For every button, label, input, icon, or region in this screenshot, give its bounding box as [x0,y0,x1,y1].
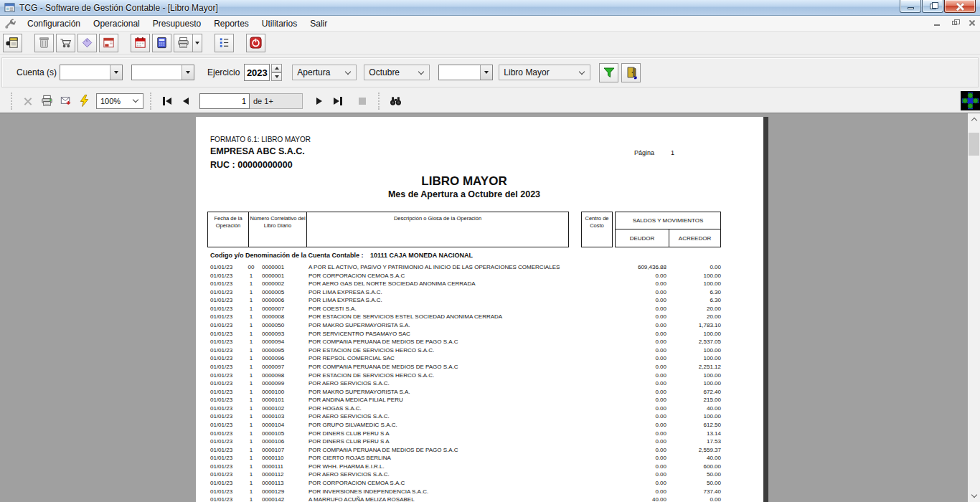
table-row: 01/01/23 1 0000098 POR ESTACION DE SERVI… [196,371,763,380]
extra-combo-arrow-button[interactable] [480,65,492,80]
cell-correlativo: 0000104 [262,422,284,428]
cell-descripcion: POR SERVICENTRO PASAMAYO SAC [308,331,410,337]
cell-tipo: 1 [243,331,259,337]
search-button[interactable] [386,92,405,110]
menu-item[interactable]: Salir [303,17,334,30]
cell-tipo: 1 [243,306,259,312]
spinner-down-button[interactable] [271,72,282,81]
exit-stop-button[interactable] [246,34,265,52]
reporte-combo[interactable]: Libro Mayor [499,65,590,80]
cell-descripcion: POR COMPAñIA PERUANA DE MEDIOS DE PAGO S… [308,338,458,345]
viewer-export-button[interactable] [56,92,75,110]
calculator-button[interactable] [152,34,171,52]
mdi-close-button[interactable] [966,17,977,28]
cell-acreedor: 50.00 [626,471,721,478]
periodo-desde-combo[interactable]: Apertura [292,65,357,80]
cuenta-combo-1-arrow-button[interactable] [110,65,122,80]
toolbar-grip[interactable] [11,93,12,110]
menu-item[interactable]: Operacional [87,17,146,30]
cell-descripcion: POR ESTACION DE SERVICIOS HERCO S.A.C. [308,347,434,354]
menu-item[interactable]: Reportes [207,17,255,30]
calendar-icon [133,36,147,49]
extra-combo-value [439,65,480,80]
cell-acreedor: 100.00 [626,331,721,337]
first-page-button[interactable] [158,92,176,110]
cell-descripcion: POR AERO SERVICIOS S.A.C. [308,471,390,478]
toolbar-grip[interactable] [150,93,151,110]
toolbar-grip[interactable] [378,93,380,110]
print-button[interactable] [174,34,193,52]
zoom-combo[interactable]: 100% [96,93,143,109]
cuenta-combo-2[interactable] [131,65,194,80]
cuenta-label: Cuenta (s) [17,67,60,77]
stop-loading-button[interactable] [353,92,372,110]
list-button[interactable] [215,34,234,52]
cuenta-combo-2-arrow-button[interactable] [182,65,194,80]
spinner-up-button[interactable] [271,64,282,72]
filter-button[interactable] [599,63,618,82]
cell-descripcion: POR CIERTO ROJAS BERLINA [308,455,391,461]
cart-button[interactable] [56,34,75,52]
cell-descripcion: POR CORPORACION CEMOA S.A.C [308,273,405,279]
next-page-icon [316,98,322,105]
archive-button[interactable] [34,34,54,52]
mdi-minimize-button[interactable] [931,17,943,28]
cell-acreedor: 100.00 [626,280,721,287]
scroll-thumb[interactable] [969,133,979,156]
viewer-refresh-button[interactable] [75,92,93,110]
prev-page-button[interactable] [176,92,195,110]
vertical-scrollbar[interactable] [968,113,980,502]
refresh-lightning-icon [77,94,91,108]
mdi-restore-button[interactable] [948,17,960,28]
ejercicio-input[interactable]: 2023 [244,64,270,81]
table-row: 01/01/23 1 0000050 POR MAKRO SUPERMAYORI… [196,321,763,330]
chevron-down-icon [579,68,585,74]
cell-descripcion: POR ESTACION DE SERVICIOS ESTEL SOCIEDAD… [308,313,502,320]
table-row: 01/01/23 1 0000097 POR COMPAñIA PERUANA … [196,363,763,371]
search-binoculars-icon [389,94,402,108]
cell-correlativo: 0000093 [262,331,284,337]
next-page-button[interactable] [310,92,329,110]
report-title: LIBRO MAYOR [207,174,721,189]
form-button[interactable] [99,34,118,52]
cell-correlativo: 0000007 [262,306,284,312]
viewer-print-button[interactable] [37,92,56,110]
menu-bar: Configuración Operacional Presupuesto Re… [0,16,980,32]
exit-button[interactable] [621,63,641,82]
cart-icon [59,36,72,49]
main-toolbar [0,32,980,55]
account-value: 10111 CAJA MONEDA NACIONAL [370,252,473,259]
tag-button[interactable] [77,34,97,52]
zoom-value: 100% [100,97,129,105]
cell-tipo: 1 [243,313,259,320]
calendar-button[interactable] [131,34,150,52]
prev-page-icon [183,98,189,105]
dropdown-arrow-icon [484,71,489,74]
cuenta-combo-1[interactable] [60,65,123,80]
cell-fecha: 01/01/23 [210,264,232,270]
scroll-down-button[interactable] [968,490,980,502]
periodo-hasta-combo[interactable]: Octubre [364,65,430,80]
cell-acreedor: 100.00 [626,355,721,361]
cell-fecha: 01/01/23 [210,306,232,312]
menu-item[interactable]: Utilitarios [255,17,303,30]
table-row: 01/01/23 1 0000106 POR DINERS CLUB PERU … [196,437,763,446]
menu-item[interactable]: Configuración [21,17,87,30]
cell-acreedor: 2,537.05 [626,338,721,345]
minimize-button[interactable] [900,0,921,13]
extra-combo[interactable] [438,65,493,80]
ledger-button[interactable] [3,34,22,52]
restore-button[interactable] [922,0,943,13]
mdi-minimize-icon [934,24,940,26]
print-dropdown-button[interactable] [193,34,202,52]
menu-item[interactable]: Presupuesto [146,17,207,30]
viewer-close-button[interactable] [19,92,37,110]
close-button[interactable] [944,0,976,13]
crystal-logo-icon [961,91,980,110]
chevron-down-icon [971,492,976,498]
cell-acreedor: 2,559.37 [626,447,721,453]
scroll-up-button[interactable] [968,113,980,126]
last-page-button[interactable] [329,92,347,110]
page-number-input[interactable]: 1 [199,93,250,109]
cell-tipo: 1 [243,289,259,295]
